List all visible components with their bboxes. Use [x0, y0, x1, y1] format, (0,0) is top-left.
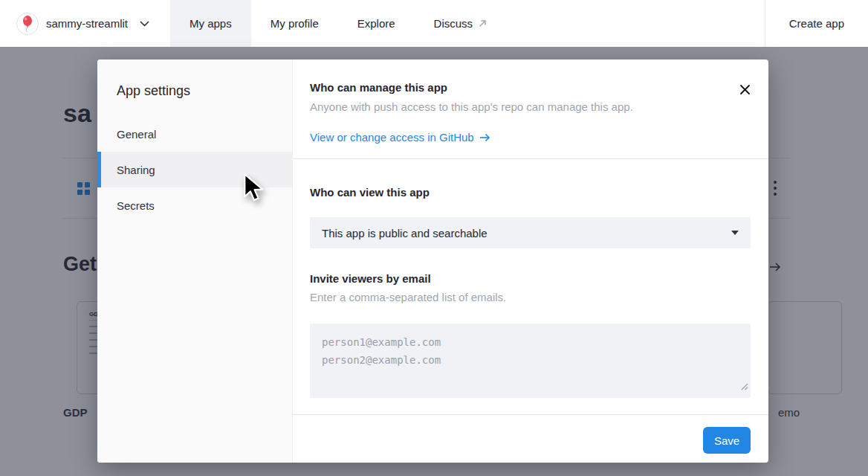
invite-heading: Invite viewers by email — [310, 272, 431, 285]
nav-right: Create app — [765, 0, 868, 47]
close-icon[interactable] — [738, 83, 751, 96]
workspace-selector[interactable]: sammy-streamlit — [0, 0, 149, 47]
tab-label: Discuss — [434, 17, 473, 30]
settings-nav-secrets[interactable]: Secrets — [97, 187, 292, 223]
manage-description: Anyone with push access to this app's re… — [310, 100, 633, 113]
settings-nav-label: Secrets — [117, 199, 155, 212]
modal-sidebar: App settings General Sharing Secrets — [97, 60, 293, 463]
chevron-down-icon — [140, 21, 149, 27]
workspace-avatar — [16, 13, 39, 35]
right-arrow-icon — [479, 132, 491, 143]
view-heading: Who can view this app — [310, 186, 430, 199]
top-navigation: sammy-streamlit My apps My profile Explo… — [0, 0, 868, 47]
visibility-dropdown-value: This app is public and searchable — [322, 227, 731, 239]
resize-handle-icon[interactable] — [740, 378, 748, 396]
tab-label: My profile — [271, 17, 319, 30]
tab-label: Explore — [357, 17, 395, 30]
manage-heading: Who can manage this app — [310, 81, 447, 94]
invite-emails-textarea[interactable]: person1@example.com person2@example.com — [310, 324, 751, 398]
divider — [293, 414, 768, 415]
external-link-icon — [478, 19, 488, 28]
save-button[interactable]: Save — [703, 427, 751, 454]
tab-label: My apps — [190, 17, 232, 30]
create-app-button[interactable]: Create app — [789, 17, 844, 30]
invite-description: Enter a comma-separated list of emails. — [310, 291, 506, 303]
settings-nav-general[interactable]: General — [97, 116, 292, 152]
settings-nav-label: Sharing — [117, 164, 155, 176]
app-settings-modal: App settings General Sharing Secrets Who… — [97, 60, 768, 463]
modal-title: App settings — [117, 83, 190, 99]
tab-my-profile[interactable]: My profile — [251, 0, 338, 47]
placeholder-line: person1@example.com — [322, 333, 739, 351]
tab-my-apps[interactable]: My apps — [170, 0, 251, 47]
visibility-dropdown[interactable]: This app is public and searchable — [310, 217, 751, 248]
tab-discuss[interactable]: Discuss — [415, 0, 508, 47]
nav-tabs: My apps My profile Explore Discuss — [170, 0, 507, 47]
modal-content: Who can manage this app Anyone with push… — [293, 60, 768, 463]
settings-nav-label: General — [117, 128, 156, 141]
settings-nav-sharing[interactable]: Sharing — [97, 152, 292, 187]
caret-down-icon — [731, 231, 739, 235]
tab-explore[interactable]: Explore — [338, 0, 415, 47]
github-access-link[interactable]: View or change access in GitHub — [310, 131, 491, 144]
placeholder-line: person2@example.com — [322, 351, 739, 369]
github-access-link-label: View or change access in GitHub — [310, 131, 474, 144]
workspace-name: sammy-streamlit — [46, 17, 128, 30]
divider — [293, 158, 768, 159]
balloon-icon — [20, 15, 35, 33]
